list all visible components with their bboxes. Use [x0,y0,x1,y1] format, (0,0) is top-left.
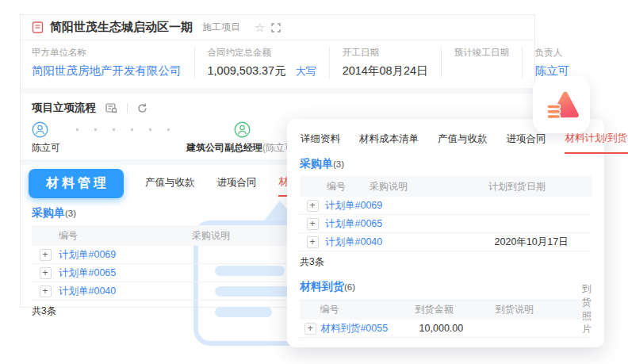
panel-tab-material-cost-list[interactable]: 材料成本清单 [358,129,419,153]
arrival-section-title: 材料到货 [300,280,344,294]
expand-row-button[interactable]: + [40,285,52,297]
purchase-section-title: 采购单 [300,157,333,171]
purchase-order-link[interactable]: 计划单#0065 [59,267,116,278]
expand-row-button[interactable]: + [307,236,319,248]
table-row[interactable]: + 计划单#0040 2020年10月17日 [300,233,592,251]
purchase-total-count: 共3条 [300,251,592,272]
purchase-section-count: (3) [65,209,76,218]
field-label: 负责人 [535,47,570,59]
field-start-date: 开工日期 2014年08月24日 [343,47,442,79]
app-logo-tile [533,76,590,133]
arrival-amount: 10,000.00 [419,323,503,334]
col-header-amount: 到货金额 [415,303,496,316]
purchase-section-count: (3) [333,159,344,169]
amount-in-words-link[interactable]: 大写 [296,64,316,79]
approval-flow: 陈立可 建筑公司副总经理(陈立可) [32,121,297,155]
panel-tab-output-and-receipts[interactable]: 产值与收款 [437,129,488,153]
flow-detail-icon[interactable] [105,103,117,113]
expand-row-button[interactable]: + [304,323,316,335]
field-owner: 负责人 陈立可 [535,47,583,79]
col-header-id: 编号 [327,180,370,193]
fullscreen-icon[interactable] [271,23,281,33]
arrival-section-count: (6) [344,282,355,292]
flow-start-label: 陈立可 [32,141,60,155]
star-favorite-icon[interactable]: ☆ [255,21,265,35]
document-icon [32,21,44,33]
purchase-order-link[interactable]: 计划单#0040 [59,285,116,297]
expand-row-button[interactable]: + [40,267,52,279]
field-label: 开工日期 [343,47,428,59]
detail-panel: 详细资料 材料成本清单 产值与收款 进项合同 材料计划/到货 劳务工人 采购单 … [287,119,604,347]
purchase-order-link[interactable]: 计划单#0069 [59,249,116,260]
purchase-section-title: 采购单 [32,206,65,220]
field-contract-amount: 合同约定总金额 1,009,503.37元 大写 [208,47,330,79]
brand-logo-icon [542,85,581,125]
tab-incoming-contracts[interactable]: 进项合同 [216,171,258,196]
flow-start-node[interactable]: 陈立可 [32,121,60,155]
field-expected-completion: 预计竣工日期 [454,47,523,79]
project-type-tag: 施工项目 [202,21,240,34]
tab-material-management[interactable]: 材料管理 [29,169,124,198]
field-label: 合同约定总金额 [208,47,316,59]
expected-completion-value [454,63,509,77]
col-header-date: 计划到货日期 [488,180,592,193]
tab-output-and-receipts[interactable]: 产值与收款 [144,171,196,196]
expand-row-button[interactable]: + [307,200,319,212]
flow-connector-dots [68,128,178,131]
refresh-icon[interactable] [137,103,147,113]
col-header-desc: 采购说明 [370,180,488,193]
panel-purchase-section: 采购单 (3) 编号 采购说明 计划到货日期 + 计划单#0069 + 计划单#… [300,157,592,272]
panel-tab-incoming-contracts[interactable]: 进项合同 [506,129,547,153]
arrival-table-header: 编号 到货金额 到货说明 到货照片 [300,299,592,320]
col-header-id: 编号 [59,229,192,243]
flow-end-node[interactable]: 建筑公司副总经理(陈立可) [186,121,297,155]
divider [127,103,128,113]
arrival-record-link[interactable]: 材料到货#0055 [320,323,388,334]
record-fields: 甲方单位名称 简阳世茂房地产开发有限公司 合同约定总金额 1,009,503.3… [21,40,534,88]
table-row[interactable]: + 计划单#0065 [300,215,592,233]
purchase-order-link[interactable]: 计划单#0040 [325,236,382,247]
expand-row-button[interactable]: + [307,218,319,230]
panel-arrival-section: 材料到货 (6) 编号 到货金额 到货说明 到货照片 + 材料到货#0055 1… [300,280,592,338]
party-a-link[interactable]: 简阳世茂房地产开发有限公司 [32,63,182,79]
purchase-table-header: 编号 采购说明 计划到货日期 [300,176,592,197]
purchase-order-link[interactable]: 计划单#0065 [325,218,382,229]
page-title: 简阳世茂生态城启动区一期 [50,20,193,35]
field-label: 甲方单位名称 [32,47,182,59]
flow-end-label: 建筑公司副总经理(陈立可) [186,141,297,155]
col-header-desc: 到货说明 [496,303,582,316]
purchase-order-link[interactable]: 计划单#0069 [325,200,382,211]
field-label: 预计竣工日期 [454,47,509,59]
field-party-a: 甲方单位名称 简阳世茂房地产开发有限公司 [32,47,195,79]
person-icon-blue [32,121,48,138]
table-row[interactable]: + 计划单#0069 [300,197,592,215]
col-header-photo: 到货照片 [582,282,592,336]
record-title-bar: 简阳世茂生态城启动区一期 施工项目 ☆ [21,15,534,40]
section-divider [21,88,534,94]
table-row[interactable]: + 材料到货#0055 10,000.00 [300,320,592,338]
expand-row-button[interactable]: + [40,249,52,261]
flow-title: 项目立项流程 [32,101,96,115]
person-icon-green [234,121,251,138]
start-date-value: 2014年08月24日 [343,63,428,79]
col-header-id: 编号 [320,303,415,316]
panel-tab-details[interactable]: 详细资料 [300,129,341,153]
contract-amount-value: 1,009,503.37元 [208,63,286,79]
